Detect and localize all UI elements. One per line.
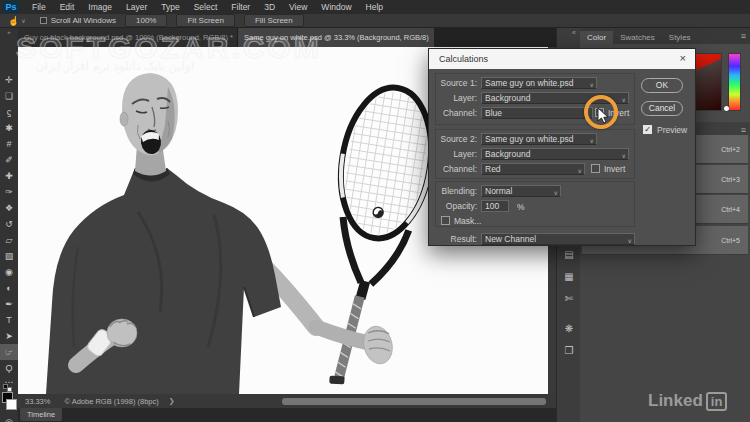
fit-screen-button[interactable]: Fit Screen [176, 14, 234, 27]
dodge-tool[interactable]: ◐ [0, 280, 18, 296]
blur-tool[interactable]: ◉ [0, 264, 18, 280]
channel-shortcut: Ctrl+2 [721, 146, 740, 153]
layer-comps-panel-icon[interactable]: ❐ [557, 342, 581, 360]
hand-tool-icon: ☝ [8, 16, 19, 26]
menu-bar: Ps File Edit Image Layer Type Select Fil… [0, 0, 750, 14]
preview-label: Preview [657, 125, 687, 135]
dialog-title[interactable]: Calculations [429, 49, 695, 69]
result-dropdown[interactable]: New Channel∨ [481, 233, 635, 245]
move-tool[interactable]: ✛ [0, 72, 18, 88]
quick-selection-tool[interactable]: ✱ [0, 120, 18, 136]
calculations-dialog: Calculations × Source 1: Same guy on whi… [428, 48, 696, 246]
lasso-tool[interactable]: ϛ [0, 104, 18, 120]
menu-layer[interactable]: Layer [119, 0, 154, 14]
tool-preset-caret-icon[interactable]: ∨ [21, 17, 25, 24]
opacity-unit: % [517, 202, 525, 212]
menu-file[interactable]: File [25, 0, 53, 14]
path-selection-tool[interactable]: ➤ [0, 328, 18, 344]
tab-swatches[interactable]: Swatches [613, 31, 662, 44]
ok-button[interactable]: OK [641, 78, 683, 93]
eyedropper-tool[interactable]: ✐ [0, 152, 18, 168]
type-tool[interactable]: T [0, 312, 18, 328]
source1-label: Source 1: [431, 77, 477, 89]
photoshop-window: Ps File Edit Image Layer Type Select Fil… [0, 0, 750, 422]
hue-slider-handle[interactable] [724, 106, 729, 111]
menu-help[interactable]: Help [359, 0, 390, 14]
photoshop-logo: Ps [3, 1, 19, 13]
channel2-dropdown[interactable]: Red∨ [481, 163, 585, 175]
zoom-level[interactable]: 33.33% [25, 397, 50, 406]
channel-shortcut: Ctrl+4 [721, 206, 740, 213]
source1-dropdown[interactable]: Same guy on white.psd∨ [481, 77, 597, 89]
brush-tool[interactable]: ✑ [0, 184, 18, 200]
default-colors-icon[interactable] [3, 384, 13, 392]
close-icon[interactable]: × [680, 52, 686, 64]
timeline-tab[interactable]: Timeline [20, 408, 62, 421]
opacity-input[interactable] [481, 200, 509, 212]
menu-select[interactable]: Select [187, 0, 225, 14]
menu-3d[interactable]: 3D [257, 0, 282, 14]
actual-pixels-button[interactable]: 100% [125, 14, 167, 27]
channel-shortcut: Ctrl+3 [721, 176, 740, 183]
preview-checkbox[interactable]: ✓ [643, 125, 652, 134]
channel-shortcut: Ctrl+5 [721, 237, 740, 244]
menu-window[interactable]: Window [314, 0, 358, 14]
watermark-subtitle: اولین بانک دانلود نرم افزار ایران [4, 59, 194, 73]
layer1-label: Layer: [431, 92, 477, 104]
fill-screen-button[interactable]: Fill Screen [244, 14, 304, 27]
marquee-tool[interactable]: ❏ [0, 88, 18, 104]
invert2-checkbox[interactable] [591, 164, 600, 173]
status-bar: 33.33% © Adobe RGB (1998) (8bpc) ❯ [18, 394, 556, 408]
menu-type[interactable]: Type [154, 0, 186, 14]
menu-view[interactable]: View [282, 0, 314, 14]
result-label: Result: [431, 233, 477, 245]
menu-edit[interactable]: Edit [53, 0, 82, 14]
linkedin-logo: Linked in [648, 391, 727, 411]
clone-stamp-tool[interactable]: ❖ [0, 200, 18, 216]
scroll-all-windows-checkbox[interactable] [40, 17, 47, 24]
invert2-label: Invert [604, 164, 625, 174]
tab-styles[interactable]: Styles [662, 31, 698, 44]
quick-mask-icon[interactable]: ◎ [0, 414, 18, 422]
menu-filter[interactable]: Filter [224, 0, 257, 14]
linkedin-in-icon: in [706, 392, 728, 411]
crop-tool[interactable]: # [0, 136, 18, 152]
adjustments-panel-icon[interactable]: ❋ [557, 320, 581, 338]
tools-panel: » ✛ ❏ ϛ ✱ # ✐ ✚ ✑ ❖ ↺ ▱ ▧ ◉ ◐ ✒ T ➤ ☞ Ϙ … [0, 28, 18, 422]
layer2-dropdown[interactable]: Background∨ [481, 148, 629, 160]
info-panel-icon[interactable]: ▦ [557, 268, 581, 286]
blending-label: Blending: [431, 185, 477, 197]
color-profile-text: © Adobe RGB (1998) (8bpc) [64, 397, 158, 406]
channels-menu-icon[interactable]: ≡ [741, 125, 746, 135]
gradient-tool[interactable]: ▧ [0, 248, 18, 264]
options-bar: ☝ ∨ Scroll All Windows 100% Fit Screen F… [0, 14, 750, 28]
mask-label: Mask... [454, 216, 481, 226]
status-options-arrow-icon[interactable]: ❯ [169, 397, 175, 405]
source2-label: Source 2: [431, 133, 477, 145]
hue-slider[interactable] [728, 53, 741, 111]
mask-checkbox[interactable] [441, 216, 450, 225]
spot-healing-tool[interactable]: ✚ [0, 168, 18, 184]
cancel-button[interactable]: Cancel [641, 101, 683, 116]
timeline-bar: Timeline [18, 408, 556, 422]
horizontal-scrollbar[interactable] [282, 398, 546, 405]
channel1-label: Channel: [431, 107, 477, 119]
background-color-swatch[interactable] [6, 399, 17, 410]
channel2-label: Channel: [431, 163, 477, 175]
mouse-cursor [597, 107, 609, 125]
panel-menu-icon[interactable]: ≡ [741, 31, 746, 41]
tab-color[interactable]: Color [580, 31, 613, 44]
histogram-panel-icon[interactable]: ▤ [557, 246, 581, 264]
opacity-label: Opacity: [431, 200, 477, 212]
menu-image[interactable]: Image [81, 0, 119, 14]
blending-dropdown[interactable]: Normal∨ [481, 185, 561, 197]
source2-dropdown[interactable]: Same guy on white.psd∨ [481, 133, 597, 145]
clone-source-panel-icon[interactable]: ✄ [557, 290, 581, 308]
pen-tool[interactable]: ✒ [0, 296, 18, 312]
channel1-dropdown[interactable]: Blue [481, 107, 593, 119]
history-brush-tool[interactable]: ↺ [0, 216, 18, 232]
eraser-tool[interactable]: ▱ [0, 232, 18, 248]
hand-tool[interactable]: ☞ [0, 344, 18, 360]
layer2-label: Layer: [431, 148, 477, 160]
color-swatches[interactable] [1, 392, 17, 412]
